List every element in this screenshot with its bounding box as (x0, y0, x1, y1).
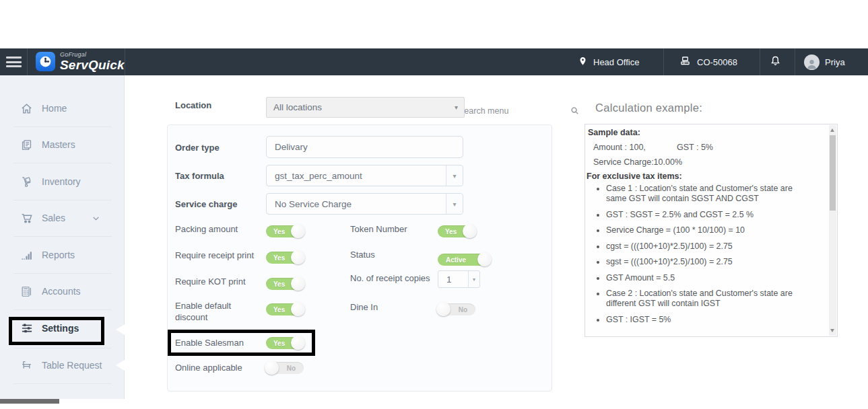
toggle-state-label: Yes (273, 340, 285, 347)
sidebar-item-sales[interactable]: Sales (0, 209, 125, 227)
search-menu-box (453, 102, 555, 119)
nav-divider (27, 48, 28, 75)
user-avatar (804, 54, 820, 70)
sidebar-notch (116, 360, 125, 371)
sample-service-charge: Service Charge:10.00% (593, 157, 682, 167)
toggle-state-label: Active (446, 256, 466, 264)
sample-amount: Amount : 100, (593, 143, 646, 152)
toggle-knob (463, 224, 477, 238)
toggle-knob (291, 302, 305, 316)
horizontal-scrollbar-thumb[interactable] (0, 399, 59, 404)
calc-bullet-list: Case 1 : Location's state and Customer's… (595, 184, 812, 330)
packing-amount-toggle[interactable]: Yes (266, 225, 304, 237)
search-input[interactable] (453, 106, 570, 116)
calc-bullet: sgst = (((100+10)*2.5)/100) = 2.75 (606, 257, 812, 267)
sidebar-divider (13, 348, 112, 348)
sales-cart-icon (20, 211, 34, 225)
sample-data-heading: Sample data: (588, 128, 640, 137)
require-receipt-print-label: Require receipt print (175, 250, 254, 260)
receipt-copies-select[interactable]: 1 ▾ (438, 270, 480, 288)
nav-divider (125, 48, 125, 75)
sidebar-divider (13, 163, 112, 163)
sidebar-item-table-request[interactable]: Table Request (0, 356, 125, 375)
table-request-icon (20, 359, 33, 372)
toggle-state-label: Yes (273, 306, 285, 313)
calc-bullet: GST : SGST = 2.5% and CGST = 2.5 % (606, 210, 812, 220)
dine-in-label: Dine In (350, 302, 378, 312)
sidebar-item-label: Inventory (42, 176, 81, 187)
require-receipt-print-toggle[interactable]: Yes (266, 252, 304, 264)
servquick-settings-screen: GoFrugal ServQuick Head Office CO-50068 (0, 0, 868, 409)
status-toggle[interactable]: Active (438, 254, 490, 266)
location-label: Location (175, 100, 211, 110)
sidebar-item-reports[interactable]: Reports (0, 246, 125, 264)
sidebar-item-label: Table Request (42, 360, 102, 371)
search-icon[interactable] (570, 106, 580, 116)
sidebar (0, 75, 125, 399)
tax-formula-value: gst_tax_perc_amount (275, 171, 362, 181)
sidebar-item-label: Home (42, 103, 67, 114)
calc-bullet: Service Charge = (100 * 10/100) = 10 (606, 225, 812, 235)
online-applicable-label: Online applicable (175, 363, 242, 373)
user-name: Priya (825, 57, 845, 67)
dropdown-caret-icon[interactable]: ▾ (446, 165, 463, 186)
packing-amount-label: Packing amount (175, 224, 238, 234)
hamburger-menu-icon[interactable] (6, 57, 22, 67)
enable-default-discount-toggle[interactable]: Yes (266, 303, 304, 315)
brand-company: GoFrugal (60, 52, 125, 58)
exclusive-tax-heading: For exclusive tax items: (587, 172, 682, 181)
top-navbar: GoFrugal ServQuick Head Office CO-50068 (0, 48, 868, 75)
sidebar-item-label: Masters (42, 139, 75, 150)
dropdown-caret-icon[interactable]: ▾ (468, 271, 479, 287)
location-select[interactable]: All locations ▾ (266, 97, 465, 118)
require-kot-print-toggle[interactable]: Yes (266, 278, 304, 290)
vertical-scrollbar[interactable] (829, 125, 836, 336)
toggle-state-label: No (287, 365, 296, 372)
sidebar-item-home[interactable]: Home (0, 99, 125, 118)
sidebar-divider (13, 236, 112, 237)
online-applicable-toggle[interactable]: No (266, 362, 304, 374)
dine-in-toggle[interactable]: No (438, 303, 475, 315)
toggle-knob (291, 276, 305, 291)
token-number-toggle[interactable]: Yes (438, 225, 475, 237)
notifications-button[interactable] (769, 48, 782, 75)
sidebar-divider (13, 309, 112, 310)
sidebar-divider (13, 200, 112, 200)
masters-icon (20, 139, 33, 151)
scroll-down-icon[interactable] (830, 329, 834, 332)
brand-logo[interactable]: GoFrugal ServQuick (36, 52, 125, 71)
toggle-knob (265, 361, 279, 375)
tax-formula-label: Tax formula (175, 171, 224, 181)
toggle-state-label: No (459, 306, 467, 313)
sidebar-item-inventory[interactable]: Inventory (0, 172, 125, 191)
nav-divider (663, 48, 664, 75)
sidebar-notch (116, 324, 125, 335)
calc-bullet: GST Amount = 5.5 (606, 273, 812, 283)
tax-formula-select[interactable]: gst_tax_perc_amount ▾ (266, 165, 463, 186)
nav-divider (795, 48, 795, 75)
sidebar-item-settings[interactable]: Settings (0, 319, 125, 338)
sample-gst: GST : 5% (677, 143, 713, 152)
store-selector[interactable]: Head Office (578, 48, 639, 75)
sidebar-divider (13, 383, 112, 384)
calc-bullet: Case 1 : Location's state and Customer's… (606, 184, 812, 204)
receipt-copies-label: No. of receipt copies (350, 273, 430, 283)
chevron-down-icon[interactable] (92, 214, 100, 223)
enable-salesman-toggle[interactable]: Yes (266, 337, 304, 349)
toggle-state-label: Yes (445, 228, 457, 235)
sidebar-item-accounts[interactable]: Accounts (0, 282, 125, 301)
order-type-label: Order type (175, 143, 220, 153)
service-charge-select[interactable]: No Service Charge ▾ (266, 193, 463, 215)
vertical-scrollbar-thumb[interactable] (830, 135, 836, 211)
sidebar-item-masters[interactable]: Masters (0, 135, 125, 154)
scroll-up-icon[interactable] (830, 128, 834, 132)
user-menu[interactable]: Priya (804, 48, 845, 75)
service-charge-label: Service charge (175, 199, 238, 209)
order-type-value: Delivary (275, 142, 308, 152)
order-type-input[interactable]: Delivary (266, 136, 463, 158)
location-select-value: All locations (273, 102, 322, 112)
terminal-selector[interactable]: CO-50068 (679, 48, 737, 75)
service-charge-value: No Service Charge (275, 199, 352, 209)
calc-example-title: Calculation example: (595, 102, 702, 114)
dropdown-caret-icon[interactable]: ▾ (446, 194, 463, 214)
